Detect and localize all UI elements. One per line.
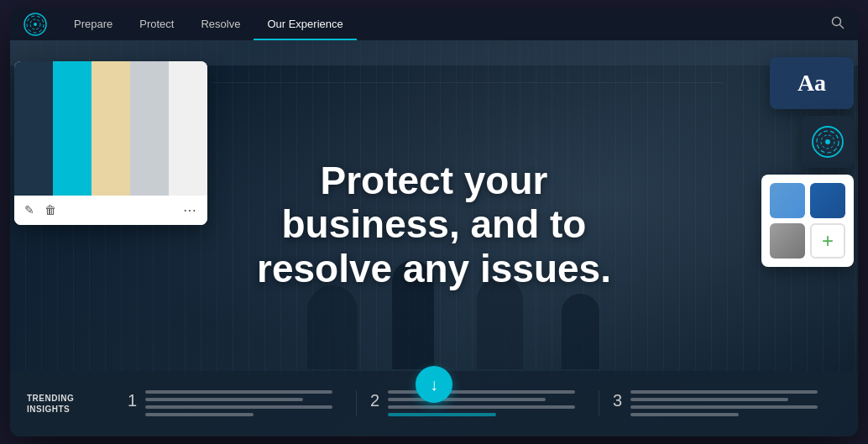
svg-point-9 [825, 139, 830, 144]
nav-links: Prepare Protect Resolve Our Experience [60, 8, 831, 40]
trending-line-3d [630, 413, 739, 416]
trending-line-2d [388, 413, 496, 416]
trending-item-1[interactable]: 1 [114, 390, 357, 416]
trending-item-3[interactable]: 3 [599, 390, 841, 416]
trending-lines-1 [145, 390, 342, 416]
trending-number-3: 3 [613, 392, 622, 409]
swatch-cyan [53, 61, 92, 196]
person-shape-1 [307, 285, 358, 369]
edit-icon[interactable]: ✎ [24, 203, 34, 217]
trending-item-2[interactable]: 2 [357, 390, 599, 416]
trending-number-1: 1 [128, 392, 137, 409]
swatch-cream [92, 61, 130, 196]
nav-logo[interactable] [24, 13, 47, 36]
svg-point-3 [34, 23, 37, 26]
brand-icon-svg [811, 125, 844, 159]
palette-card: ✎ 🗑 ⋯ [14, 61, 207, 225]
main-content: Protect your business, and to resolve an… [10, 40, 858, 436]
color-cell-gray[interactable] [770, 223, 805, 259]
color-cell-blue-light[interactable] [770, 183, 805, 218]
trending-line-3a [630, 390, 818, 394]
trending-line-1b [145, 398, 303, 401]
typography-label: Aa [797, 70, 826, 97]
trending-lines-3 [630, 390, 828, 416]
trending-line-1c [145, 405, 332, 409]
trending-line-3c [630, 405, 818, 409]
scroll-down-button[interactable] [416, 366, 452, 403]
more-options-icon[interactable]: ⋯ [183, 202, 197, 218]
browser-window: Prepare Protect Resolve Our Experience [10, 8, 858, 436]
trending-label: TRENDING INSIGHTS [27, 393, 94, 415]
trending-number-2: 2 [370, 392, 379, 409]
swatch-white [169, 61, 207, 196]
hero-headline: Protect your business, and to resolve an… [224, 158, 644, 291]
nav-item-our-experience[interactable]: Our Experience [254, 8, 356, 40]
svg-line-5 [840, 24, 844, 28]
swatch-light-gray [130, 61, 169, 196]
trending-line-1a [145, 390, 332, 394]
trending-line-2c [388, 405, 575, 409]
nav-item-protect[interactable]: Protect [126, 8, 187, 40]
trending-line-1d [145, 413, 254, 416]
add-color-button[interactable]: + [810, 223, 845, 259]
color-grid: + [770, 183, 845, 259]
trending-lines-2 [388, 390, 585, 416]
right-panel-group: Aa + [761, 57, 854, 267]
delete-icon[interactable]: 🗑 [44, 203, 56, 217]
color-grid-card: + [761, 175, 854, 267]
structure-line [212, 82, 724, 83]
navigation-bar: Prepare Protect Resolve Our Experience [10, 8, 858, 40]
trending-line-2b [388, 398, 546, 401]
nav-item-resolve[interactable]: Resolve [187, 8, 254, 40]
typography-card: Aa [770, 57, 854, 109]
trending-line-3b [630, 398, 788, 401]
hero-text-block: Protect your business, and to resolve an… [224, 158, 644, 291]
brand-icon-card [802, 116, 854, 168]
palette-actions-bar: ✎ 🗑 ⋯ [14, 196, 207, 225]
person-shape-4 [562, 294, 599, 369]
palette-swatches [14, 61, 207, 196]
nav-item-prepare[interactable]: Prepare [60, 8, 126, 40]
color-cell-blue-dark[interactable] [810, 183, 845, 218]
search-icon[interactable] [831, 16, 844, 33]
swatch-dark-navy [14, 61, 53, 196]
